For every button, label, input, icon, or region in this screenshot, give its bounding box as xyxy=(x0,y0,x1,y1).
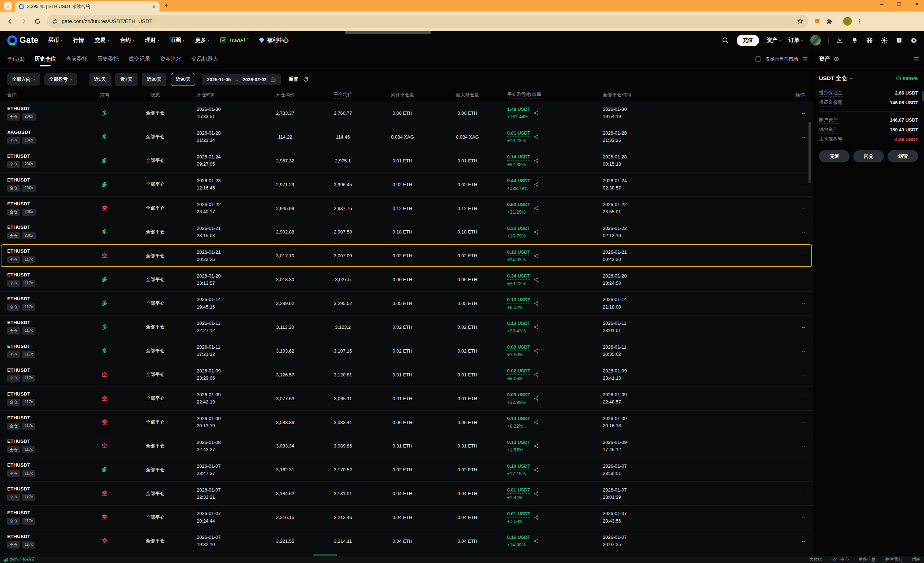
extensions-puzzle-icon[interactable] xyxy=(826,18,832,25)
reset-button[interactable]: 重置 xyxy=(289,76,298,82)
range-30d-button[interactable]: 近30天 xyxy=(142,73,166,86)
footer-link-follow-us[interactable]: 关注我们 xyxy=(885,557,902,563)
table-row[interactable]: ETHUSDT 全仓 117x 空 全部平仓 2026-01-07 22:33:… xyxy=(0,482,813,506)
range-1d-button[interactable]: 近1天 xyxy=(89,73,111,86)
share-icon[interactable] xyxy=(534,491,538,496)
tab-order-history[interactable]: 历史委托 xyxy=(97,49,119,69)
table-row[interactable]: ETHUSDT 全仓 117x 多 全部平仓 2026-01-07 23:47:… xyxy=(0,458,813,482)
table-row[interactable]: ETHUSDT 全仓 117x 多 全部平仓 2026-01-11 22:27:… xyxy=(0,316,813,339)
share-icon[interactable] xyxy=(534,253,538,258)
bookmark-star-icon[interactable] xyxy=(797,18,804,24)
tab-open-orders[interactable]: 当前委托 xyxy=(66,49,87,69)
docs-book-icon[interactable] xyxy=(896,37,903,44)
share-icon[interactable] xyxy=(534,277,538,282)
share-icon[interactable] xyxy=(534,325,538,329)
browser-profile-avatar[interactable] xyxy=(843,17,852,25)
window-minimize-button[interactable]: ─ xyxy=(880,1,883,7)
table-row[interactable]: ETHUSDT 全仓 200x 多 全部平仓 2026-01-21 23:15:… xyxy=(0,220,813,244)
metamask-extension-icon[interactable] xyxy=(813,18,821,25)
date-to[interactable]: 2026-02-02 xyxy=(243,77,267,82)
table-row[interactable]: ETHUSDT 全仓 117x 空 全部平仓 2026-01-09 20:13:… xyxy=(0,411,813,434)
share-icon[interactable] xyxy=(534,396,538,401)
table-row[interactable]: ETHUSDT 全仓 117x 空 全部平仓 2026-01-09 23:29:… xyxy=(0,363,813,387)
share-icon[interactable] xyxy=(534,111,538,115)
search-icon[interactable] xyxy=(722,36,729,44)
table-scrollbar-thumb[interactable] xyxy=(808,121,811,183)
range-90d-button[interactable]: 近90天 xyxy=(171,73,195,86)
current-market-checkbox[interactable] xyxy=(756,56,761,62)
eye-visibility-icon[interactable] xyxy=(833,56,840,62)
back-button[interactable] xyxy=(6,18,14,25)
site-settings-icon[interactable] xyxy=(52,18,58,24)
table-row[interactable]: ETHUSDT 全仓 200x 多 全部平仓 2026-01-23 12:16:… xyxy=(0,173,813,197)
share-icon[interactable] xyxy=(534,301,538,306)
url-text[interactable]: gate.com/zh/futures/USDT/ETH_USDT xyxy=(62,18,794,24)
share-icon[interactable] xyxy=(534,206,538,211)
table-row[interactable]: XAGUSDT 全仓 100x 多 全部平仓 2026-01-28 21:23:… xyxy=(0,125,813,149)
table-row[interactable]: ETHUSDT 全仓 117x 空 全部平仓 2026-01-07 20:24:… xyxy=(0,506,813,529)
nav-item-moments[interactable]: 币圈▾ xyxy=(170,37,184,44)
share-icon[interactable] xyxy=(534,539,538,544)
footer-link-announcements[interactable]: 公告中心 xyxy=(832,557,849,563)
share-icon[interactable] xyxy=(534,229,538,235)
window-restore-button[interactable]: ❐ xyxy=(897,1,901,7)
tab-position-history[interactable]: 历史仓位 xyxy=(34,49,56,69)
user-avatar[interactable] xyxy=(810,35,821,45)
tab-search-button[interactable]: ⌄ xyxy=(4,2,12,10)
settings-gear-icon[interactable] xyxy=(910,37,918,44)
window-close-button[interactable]: ✕ xyxy=(915,1,919,7)
assets-menu[interactable]: 资产▾ xyxy=(766,37,781,44)
share-icon[interactable] xyxy=(534,467,538,472)
url-bar[interactable]: gate.com/zh/futures/USDT/ETH_USDT xyxy=(47,15,808,28)
nav-item-trade[interactable]: 交易▾ xyxy=(95,37,110,44)
account-selector[interactable]: USDT 全仓 xyxy=(819,75,847,82)
gate-logo[interactable]: Gate xyxy=(7,35,39,45)
nav-item-markets[interactable]: 行情▾ xyxy=(73,37,84,44)
transfer-action-button[interactable]: 划转 xyxy=(888,150,918,162)
language-globe-icon[interactable] xyxy=(866,37,873,44)
table-row[interactable]: ETHUSDT 全仓 117x 空 全部平仓 2026-01-07 19:32:… xyxy=(0,529,813,553)
table-row[interactable]: ETHUSDT 全仓 117x 多 全部平仓 2026-01-20 23:13:… xyxy=(0,268,813,292)
nav-item-rewards-hub[interactable]: 福利中心 xyxy=(259,37,288,44)
table-row[interactable]: ETHUSDT 全仓 200x 多 全部平仓 2026-01-30 15:33:… xyxy=(0,102,813,125)
tab-trade-history[interactable]: 成交记录 xyxy=(129,49,150,69)
date-range-picker[interactable]: 2025-11-05 → 2026-02-02 xyxy=(202,74,280,85)
table-row[interactable]: ETHUSDT 全仓 117x 空 全部平仓 2026-01-21 00:33:… xyxy=(0,244,813,268)
share-icon[interactable] xyxy=(534,158,538,163)
footer-link-big-data[interactable]: 大数据 xyxy=(809,557,822,563)
deposit-button[interactable]: 充值 xyxy=(736,34,759,46)
new-tab-button[interactable]: + xyxy=(165,1,168,9)
convert-action-button[interactable]: 闪兑 xyxy=(853,150,884,162)
table-row[interactable]: ETHUSDT 全仓 117x 多 全部平仓 2026-01-14 19:45:… xyxy=(0,292,813,316)
deposit-action-button[interactable]: 充值 xyxy=(819,150,850,162)
table-row[interactable]: ETHUSDT 全仓 117x 多 全部平仓 2026-01-11 17:21:… xyxy=(0,339,813,363)
date-from[interactable]: 2025-11-05 xyxy=(207,77,231,82)
browser-menu-icon[interactable] xyxy=(857,18,862,24)
footer-link-moments[interactable]: 币圈 xyxy=(912,557,920,563)
share-icon[interactable] xyxy=(534,372,538,377)
share-icon[interactable] xyxy=(534,515,538,520)
direction-filter-dropdown[interactable]: 全部方向▾ xyxy=(7,73,40,85)
orders-menu[interactable]: 订单▾ xyxy=(788,37,803,44)
nav-item-futures[interactable]: 合约▾ xyxy=(120,37,134,44)
nav-item-tradfi[interactable]: TradFi ↗ xyxy=(220,37,249,43)
forward-button[interactable] xyxy=(20,18,27,25)
theme-sun-icon[interactable] xyxy=(880,37,888,44)
refresh-icon[interactable] xyxy=(303,76,309,82)
range-7d-button[interactable]: 近7天 xyxy=(115,73,137,86)
share-icon[interactable] xyxy=(534,420,538,425)
tab-positions[interactable]: 仓位(1) xyxy=(7,49,24,69)
panel-scrollbar-thumb[interactable] xyxy=(922,91,924,101)
reload-button[interactable] xyxy=(34,18,41,25)
tab-close-icon[interactable]: ✕ xyxy=(152,4,156,9)
assets-panel-menu-icon[interactable] xyxy=(914,57,919,62)
tab-trading-bot[interactable]: 交易机器人 xyxy=(191,49,218,69)
table-row[interactable]: ETHUSDT 全仓 117x 空 全部平仓 2026-01-09 22:42:… xyxy=(0,387,813,411)
share-icon[interactable] xyxy=(534,182,538,187)
horizontal-scrollbar-thumb[interactable] xyxy=(345,31,431,34)
table-row[interactable]: ETHUSDT 全仓 200x 空 全部平仓 2026-01-22 23:40:… xyxy=(0,197,813,220)
share-icon[interactable] xyxy=(534,348,538,353)
nav-item-buy[interactable]: 买币▾ xyxy=(48,37,63,44)
nav-item-earn[interactable]: 理财▾ xyxy=(145,37,159,44)
download-app-icon[interactable] xyxy=(836,37,843,44)
